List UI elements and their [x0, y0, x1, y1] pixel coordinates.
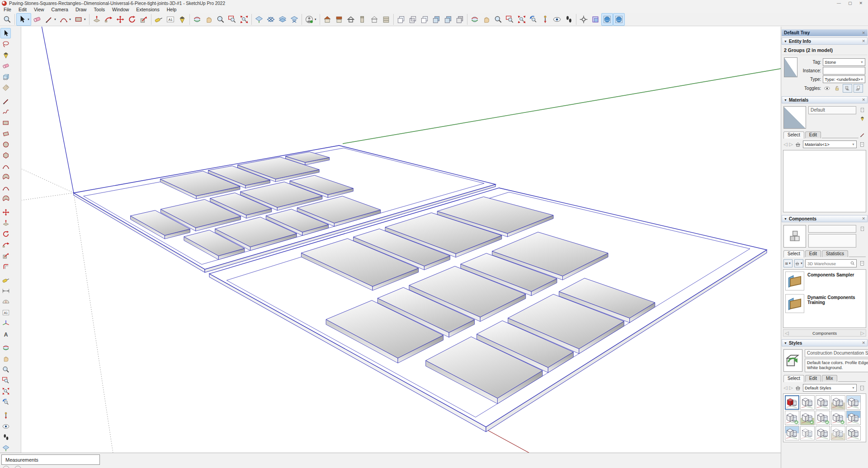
scale-tool-button[interactable] — [138, 13, 150, 26]
style-swatch[interactable] — [831, 395, 845, 410]
tab-select[interactable]: Select — [783, 131, 804, 139]
rectangle-tool-button[interactable]: ▼ — [73, 13, 88, 26]
in-model-icon[interactable] — [795, 141, 801, 148]
zoom-extents-tool-button[interactable] — [238, 13, 250, 26]
menu-help[interactable]: Help — [163, 6, 180, 13]
eyedropper-icon[interactable] — [859, 131, 866, 138]
page-left-button[interactable]: ◁ — [785, 330, 788, 336]
style-swatch[interactable] — [846, 426, 861, 440]
materials-close-icon[interactable]: ✕ — [862, 98, 865, 102]
camera-view-toggle-button[interactable] — [613, 13, 625, 26]
sign-in-button[interactable]: ▼ — [303, 13, 318, 26]
receive-shadows-toggle[interactable] — [854, 84, 863, 93]
line-tool-button[interactable]: ▼ — [43, 13, 58, 26]
look-around-button[interactable] — [551, 13, 563, 26]
minimize-button[interactable]: — — [837, 1, 841, 5]
move-tool-button[interactable] — [114, 13, 126, 26]
menu-tools[interactable]: Tools — [90, 6, 108, 13]
lock-toggle[interactable] — [833, 84, 841, 92]
model-viewport[interactable] — [22, 27, 781, 453]
display-section-fill-button[interactable] — [288, 13, 300, 26]
style-swatch[interactable] — [831, 411, 845, 425]
previous-view-button[interactable] — [528, 13, 539, 26]
lt-pie-button[interactable] — [0, 172, 11, 182]
lt-rectangle-button[interactable] — [0, 117, 11, 128]
lt-rotated-rectangle-button[interactable] — [0, 128, 11, 139]
zoom-tool-button[interactable] — [1, 13, 13, 26]
forward-button[interactable]: ▷ — [789, 385, 793, 391]
tab-select[interactable]: Select — [783, 250, 804, 257]
maximize-button[interactable]: ▢ — [848, 1, 852, 5]
orbit-tool-button[interactable] — [191, 13, 203, 26]
back-button[interactable]: ◁ — [783, 141, 787, 147]
lt-orbit-button[interactable] — [0, 342, 11, 353]
select-tool-button[interactable]: ▼ — [16, 13, 31, 26]
menu-window[interactable]: Window — [108, 6, 132, 13]
back-button[interactable]: ◁ — [783, 385, 787, 391]
style-description[interactable]: Default face colors. Profile Edges. Whit… — [805, 359, 868, 372]
lt-zoom-button[interactable] — [0, 364, 11, 374]
style-hidden-line-button[interactable] — [419, 13, 430, 26]
menu-file[interactable]: File — [0, 6, 15, 13]
dropdown-arrow-icon[interactable]: ▼ — [84, 18, 86, 21]
lt-walk-button[interactable] — [0, 432, 11, 442]
component-list-item[interactable]: Components Sampler — [783, 270, 866, 292]
home-collection-button[interactable]: ▼ — [794, 259, 803, 267]
view-options-button[interactable]: ⊞▼ — [783, 259, 793, 267]
pan-tool-2-button[interactable] — [481, 13, 492, 26]
zoom-window-tool-2-button[interactable] — [504, 13, 516, 26]
dropdown-arrow-icon[interactable]: ▼ — [27, 18, 30, 21]
lt-rotate-button[interactable] — [0, 229, 11, 239]
styles-close-icon[interactable]: ✕ — [862, 341, 865, 345]
tab-select[interactable]: Select — [783, 375, 804, 382]
lt-eraser-button[interactable] — [0, 61, 11, 71]
display-pane-button[interactable] — [859, 225, 866, 232]
materials-details-button[interactable] — [859, 141, 866, 148]
style-swatch[interactable] — [846, 395, 861, 410]
style-swatch[interactable] — [785, 395, 799, 410]
tray-close-icon[interactable]: ✕ — [862, 31, 865, 35]
materials-list[interactable] — [783, 150, 866, 212]
model-canvas[interactable] — [22, 27, 781, 453]
entity-info-header[interactable]: ▼ Entity Info ✕ — [782, 37, 868, 45]
follow-me-tool-button[interactable] — [103, 13, 114, 26]
lt-text-button[interactable] — [0, 307, 11, 318]
measurements-box[interactable]: Measurements — [1, 454, 100, 465]
lt-make-component-button[interactable] — [0, 71, 11, 82]
cast-shadows-toggle[interactable] — [843, 84, 852, 93]
geolocation-icon[interactable] — [14, 466, 21, 468]
lt-offset-button[interactable] — [0, 261, 11, 271]
style-monochrome-button[interactable] — [454, 13, 466, 26]
tag-combobox[interactable]: Stone ▼ — [823, 58, 865, 66]
view-top-button[interactable] — [333, 13, 345, 26]
help-icon[interactable] — [3, 466, 9, 468]
lt-pie-2-button[interactable] — [0, 193, 11, 204]
tab-statistics[interactable]: Statistics — [822, 250, 848, 257]
in-model-icon[interactable] — [795, 385, 801, 391]
lt-position-camera-button[interactable] — [0, 410, 11, 421]
zoom-in-tool-button[interactable] — [215, 13, 226, 26]
tray-caption[interactable]: Default Tray ✕ — [782, 29, 868, 36]
style-swatch[interactable] — [816, 426, 830, 440]
dropdown-arrow-icon[interactable]: ▼ — [69, 18, 71, 21]
style-xray-button[interactable] — [395, 13, 407, 26]
text-tool-button[interactable] — [165, 13, 176, 26]
view-left-button[interactable] — [380, 13, 392, 26]
view-iso-button[interactable] — [321, 13, 333, 26]
lt-tag-button[interactable] — [0, 82, 11, 93]
materials-header[interactable]: ▼ Materials ✕ — [782, 96, 868, 103]
style-shaded-textures-button[interactable] — [442, 13, 454, 26]
style-swatch[interactable] — [785, 411, 799, 425]
lt-dimension-button[interactable] — [0, 285, 11, 296]
lt-zoom-window-button[interactable] — [0, 375, 11, 385]
menu-edit[interactable]: Edit — [15, 6, 30, 13]
lt-scale-button[interactable] — [0, 250, 11, 261]
paint-bucket-tool-button[interactable] — [176, 13, 188, 26]
dropdown-arrow-icon[interactable]: ▼ — [314, 18, 317, 21]
forward-button[interactable]: ▷ — [789, 141, 793, 147]
menu-camera[interactable]: Camera — [48, 6, 72, 13]
menu-view[interactable]: View — [30, 6, 48, 13]
eraser-tool-button[interactable] — [31, 13, 43, 26]
components-header[interactable]: ▼ Components ✕ — [782, 215, 868, 222]
pan-tool-button[interactable] — [203, 13, 215, 26]
